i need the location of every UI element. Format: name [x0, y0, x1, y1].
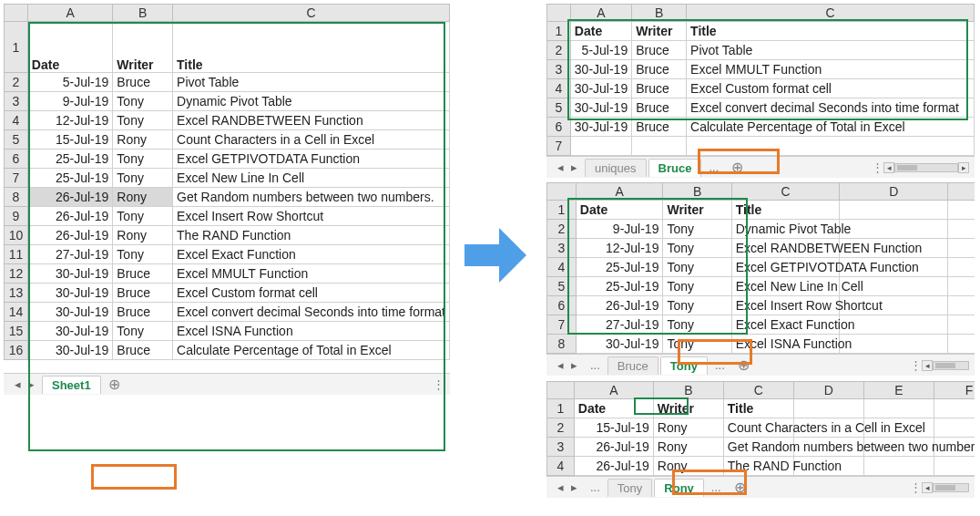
cell[interactable]: 26-Jul-19	[574, 457, 653, 476]
row-header[interactable]: 5	[5, 130, 28, 150]
active-cell[interactable]: Get Random numbers between two numbers.	[173, 188, 450, 207]
cell[interactable]: 30-Jul-19	[570, 98, 631, 118]
bruce-grid[interactable]: A B C 1DateWriterTitle 25-Jul-19BrucePiv…	[546, 4, 975, 156]
cell[interactable]: Tony	[113, 169, 173, 188]
cell[interactable]: 27-Jul-19	[576, 315, 663, 335]
row-header[interactable]: 5	[547, 277, 577, 296]
nav-first-icon[interactable]: ◂	[556, 480, 566, 494]
cell[interactable]: 26-Jul-19	[576, 296, 663, 315]
cell[interactable]: 15-Jul-19	[574, 418, 653, 438]
table-row[interactable]: 7	[547, 137, 975, 156]
col-header-row[interactable]: A B C	[5, 5, 450, 22]
cell[interactable]: Title	[723, 399, 793, 418]
cell[interactable]	[793, 399, 863, 418]
nav-first-icon[interactable]: ◂	[13, 377, 23, 391]
cell[interactable]	[840, 335, 948, 354]
cell[interactable]	[840, 315, 948, 335]
table-row[interactable]: 1DateWriterTitle	[547, 22, 975, 41]
row-header[interactable]: 4	[547, 457, 575, 476]
table-row[interactable]: 426-Jul-19RonyThe RAND Function	[547, 457, 975, 476]
cell[interactable]: 30-Jul-19	[570, 60, 631, 79]
cell[interactable]: Tony	[663, 239, 731, 258]
table-row[interactable]: 29-Jul-19TonyDynamic Pivot Table	[547, 220, 975, 239]
tab-rony[interactable]: Rony	[654, 479, 704, 497]
cell[interactable]: 25-Jul-19	[576, 277, 663, 296]
tab-nav[interactable]: ◂ ▸	[9, 377, 40, 391]
row-header[interactable]: 4	[547, 258, 577, 277]
row-header[interactable]: 4	[5, 111, 28, 130]
cell[interactable]: Date	[570, 22, 631, 41]
cell[interactable]: Count Characters in a Cell in Excel	[723, 418, 793, 438]
cell[interactable]: Excel Custom format cell	[687, 79, 975, 98]
mini-scrollbar[interactable]: ⋮	[128, 377, 450, 391]
sheet-tabs[interactable]: ◂▸ uniques Bruce ... ⊕ ⋮◂▸	[546, 156, 975, 178]
cell[interactable]: Bruce	[113, 73, 173, 92]
row-header[interactable]: 1	[547, 399, 575, 418]
mini-scrollbar[interactable]: ⋮◂	[757, 358, 975, 372]
cell[interactable]: Get Random numbers between two numbers.	[723, 438, 793, 457]
sheet-tabs[interactable]: ◂▸ ... Bruce Tony ... ⊕ ⋮◂	[546, 354, 975, 376]
col-E[interactable]: E	[948, 183, 975, 201]
tabs-overflow-left-icon[interactable]: ...	[585, 356, 606, 374]
tony-grid[interactable]: A B C D E 1DateWriterTitle 29-Jul-19Tony…	[546, 182, 975, 354]
cell[interactable]: 12-Jul-19	[576, 239, 663, 258]
row-header[interactable]: 7	[547, 137, 571, 156]
row-header[interactable]: 10	[5, 226, 28, 245]
cell[interactable]: Title	[731, 201, 840, 220]
sheet-tabs[interactable]: ◂ ▸ Sheet1 ⊕ ⋮	[4, 373, 450, 395]
tabs-overflow-left-icon[interactable]: ...	[585, 479, 606, 496]
col-header-row[interactable]: A B C	[547, 5, 975, 22]
cell[interactable]: Bruce	[632, 60, 687, 79]
cell[interactable]: Dynamic Pivot Table	[731, 220, 840, 239]
cell[interactable]: Count Characters in a Cell in Excel	[173, 130, 450, 150]
cell[interactable]: Excel New Line In Cell	[731, 277, 840, 296]
cell[interactable]: Tony	[113, 111, 173, 130]
cell[interactable]: 30-Jul-19	[576, 335, 663, 354]
cell[interactable]: 9-Jul-19	[576, 220, 663, 239]
row-header[interactable]: 6	[547, 118, 571, 137]
cell[interactable]	[948, 258, 975, 277]
table-row[interactable]: 25-Jul-19BrucePivot Table	[547, 41, 975, 60]
col-B[interactable]: B	[632, 5, 687, 22]
row-header[interactable]: 9	[5, 207, 28, 226]
cell[interactable]: Excel ISNA Function	[173, 322, 450, 341]
cell[interactable]: 26-Jul-19	[27, 226, 113, 245]
row-header[interactable]: 4	[547, 79, 571, 98]
table-row[interactable]: 312-Jul-19TonyExcel RANDBETWEEN Function	[547, 239, 975, 258]
nav-next-icon[interactable]: ▸	[569, 480, 579, 494]
nav-next-icon[interactable]: ▸	[569, 358, 579, 372]
cell[interactable]	[687, 137, 975, 156]
table-row[interactable]: 525-Jul-19TonyExcel New Line In Cell	[547, 277, 975, 296]
add-sheet-icon[interactable]: ⊕	[732, 356, 755, 374]
cell[interactable]: Excel GETPIVOTDATA Function	[731, 258, 840, 277]
col-B[interactable]: B	[653, 382, 723, 399]
table-row[interactable]: 515-Jul-19RonyCount Characters in a Cell…	[5, 130, 450, 150]
cell[interactable]: 25-Jul-19	[27, 169, 113, 188]
table-row[interactable]: 630-Jul-19BruceCalculate Percentage of T…	[547, 118, 975, 137]
cell[interactable]: Excel New Line In Cell	[173, 169, 450, 188]
select-all[interactable]	[5, 5, 28, 22]
table-row[interactable]: 830-Jul-19TonyExcel ISNA Function	[547, 335, 975, 354]
col-F[interactable]: F	[934, 382, 975, 399]
col-header-row[interactable]: A B C D E F G	[547, 382, 975, 399]
main-grid[interactable]: A B C 1 Date Writer Title 25-Jul-19Bruce…	[4, 4, 450, 360]
cell[interactable]: Bruce	[113, 303, 173, 322]
cell[interactable]: 15-Jul-19	[27, 130, 113, 150]
cell[interactable]	[948, 277, 975, 296]
cell[interactable]: Dynamic Pivot Table	[173, 92, 450, 111]
tab-nav[interactable]: ◂▸	[552, 480, 583, 494]
cell[interactable]: The RAND Function	[173, 226, 450, 245]
cell[interactable]: Excel Exact Function	[731, 315, 840, 335]
table-row[interactable]: 1230-Jul-19BruceExcel MMULT Function	[5, 264, 450, 284]
table-row[interactable]: 1127-Jul-19TonyExcel Exact Function	[5, 245, 450, 264]
cell[interactable]: Excel Insert Row Shortcut	[173, 207, 450, 226]
col-D[interactable]: D	[840, 183, 948, 201]
cell[interactable]	[570, 137, 631, 156]
table-row-active[interactable]: 826-Jul-19RonyGet Random numbers between…	[5, 188, 450, 207]
cell[interactable]: 5-Jul-19	[570, 41, 631, 60]
cell[interactable]: 30-Jul-19	[27, 264, 113, 284]
row-header[interactable]: 3	[547, 239, 577, 258]
cell[interactable]: Excel Insert Row Shortcut	[731, 296, 840, 315]
add-sheet-icon[interactable]: ⊕	[103, 376, 126, 393]
cell[interactable]: Calculate Percentage of Total in Excel	[173, 341, 450, 360]
